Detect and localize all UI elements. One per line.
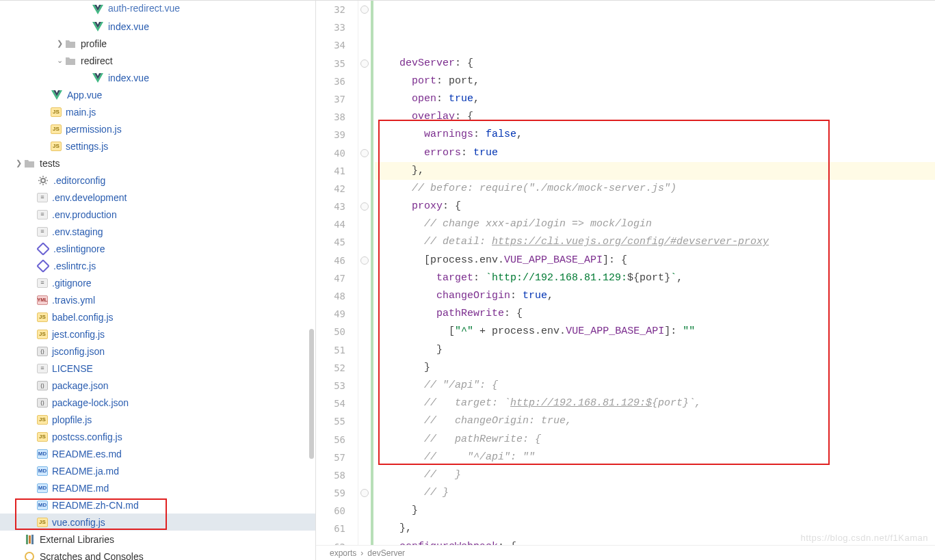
json-file-icon: {} — [37, 347, 48, 356]
code-line[interactable]: port: port, — [375, 72, 935, 90]
tree-item[interactable]: MDREADME.ja.md — [0, 462, 315, 479]
code-line[interactable]: // } — [375, 484, 935, 502]
breadcrumb-item[interactable]: exports — [330, 548, 356, 558]
tree-item[interactable]: ❯profile — [0, 35, 315, 52]
tree-item[interactable]: JSplopfile.js — [0, 411, 315, 428]
eslint-icon — [37, 243, 49, 255]
tree-item[interactable]: {}package-lock.json — [0, 394, 315, 411]
fold-toggle[interactable] — [360, 202, 369, 211]
tree-item[interactable]: MDREADME.zh-CN.md — [0, 496, 315, 514]
project-tree[interactable]: auth-redirect.vueindex.vue❯profile⌄redir… — [0, 1, 315, 560]
tree-item[interactable]: .eslintignore — [0, 240, 315, 257]
code-line[interactable]: // change xxx-api/login => mock/login — [375, 215, 935, 233]
tree-item[interactable]: index.vue — [0, 18, 315, 35]
tree-item[interactable]: Scratches and Consoles — [0, 548, 315, 560]
tree-item-label: redirect — [81, 55, 113, 66]
tree-item-label: .env.production — [52, 209, 117, 220]
scrollbar-thumb[interactable] — [309, 329, 314, 459]
code-line[interactable]: // } — [375, 466, 935, 484]
code-line[interactable]: errors: true — [375, 144, 935, 162]
js-file-icon: JS — [51, 107, 62, 117]
line-number: 51 — [316, 341, 345, 359]
tree-item[interactable]: JSpostcss.config.js — [0, 428, 315, 445]
yaml-file-icon: YML — [37, 295, 48, 305]
code-line[interactable]: // pathRewrite: { — [375, 431, 935, 449]
code-line[interactable]: changeOrigin: true, — [375, 287, 935, 305]
code-line[interactable]: }, — [375, 162, 935, 180]
tree-item-label: .eslintrc.js — [53, 261, 96, 271]
tree-item-label: index.vue — [108, 72, 149, 83]
code-line[interactable]: warnings: false, — [375, 126, 935, 144]
tree-item[interactable]: ≡.env.staging — [0, 223, 315, 240]
tree-item[interactable]: ≡.env.development — [0, 189, 315, 206]
code-line[interactable]: devServer: { — [375, 55, 935, 72]
js-file-icon: JS — [37, 415, 48, 425]
fold-column[interactable] — [358, 1, 372, 560]
tree-item[interactable]: JSpermission.js — [0, 120, 315, 137]
watermark: https://blog.csdn.net/f1Kaman — [801, 533, 929, 543]
code-line[interactable]: overlay: { — [375, 108, 935, 126]
tree-item[interactable]: JSbabel.config.js — [0, 308, 315, 325]
tree-item[interactable]: .eslintrc.js — [0, 257, 315, 274]
tree-item[interactable]: ⌄redirect — [0, 52, 315, 69]
code-line[interactable]: // before: require("./mock/mock-server.j… — [375, 180, 935, 198]
code-line[interactable]: } — [375, 341, 935, 359]
fold-toggle[interactable] — [360, 149, 369, 157]
tree-item[interactable]: MDREADME.es.md — [0, 445, 315, 462]
tree-item[interactable]: auth-redirect.vue — [0, 1, 315, 18]
text-file-icon: ≡ — [37, 227, 48, 237]
tree-item[interactable]: {}package.json — [0, 377, 315, 394]
code-line[interactable]: [process.env.VUE_APP_BASE_API]: { — [375, 252, 935, 269]
json-file-icon: {} — [37, 381, 48, 390]
tree-item[interactable]: JSvue.config.js — [0, 514, 315, 531]
tree-item[interactable]: JSmain.js — [0, 103, 315, 120]
code-area[interactable]: devServer: { port: port, open: true, ove… — [372, 1, 935, 560]
line-number-gutter: 3233343536373839404142434445464748495051… — [316, 1, 358, 560]
tree-item[interactable]: {}jsconfig.json — [0, 343, 315, 360]
tree-item[interactable]: ❯tests — [0, 155, 315, 172]
line-number: 60 — [316, 502, 345, 520]
code-line[interactable]: proxy: { — [375, 198, 935, 215]
code-line[interactable]: } — [375, 502, 935, 520]
tree-item[interactable]: App.vue — [0, 86, 315, 103]
code-line[interactable]: target: `http://192.168.81.129:${port}`, — [375, 269, 935, 287]
fold-toggle[interactable] — [360, 5, 369, 14]
line-number: 34 — [316, 36, 345, 54]
code-line[interactable]: // "^/api": "" — [375, 449, 935, 466]
code-line[interactable]: open: true, — [375, 90, 935, 108]
tree-item[interactable]: External Libraries — [0, 531, 315, 548]
fold-toggle[interactable] — [360, 489, 369, 497]
tree-item[interactable]: ≡.gitignore — [0, 274, 315, 291]
code-line[interactable]: ["^" + process.env.VUE_APP_BASE_API]: "" — [375, 323, 935, 341]
code-line[interactable]: pathRewrite: { — [375, 305, 935, 323]
sidebar-scrollbar[interactable] — [308, 329, 315, 534]
tree-item[interactable]: .editorconfig — [0, 172, 315, 189]
tree-item[interactable]: ≡.env.production — [0, 206, 315, 223]
chevron-icon[interactable]: ❯ — [14, 159, 23, 168]
tree-item[interactable]: JSsettings.js — [0, 137, 315, 155]
chevron-right-icon: › — [360, 548, 363, 558]
tree-item[interactable]: index.vue — [0, 69, 315, 86]
fold-toggle[interactable] — [360, 59, 369, 68]
code-editor[interactable]: 3233343536373839404142434445464748495051… — [316, 1, 935, 560]
chevron-icon[interactable]: ❯ — [55, 39, 64, 48]
code-line[interactable]: } — [375, 359, 935, 377]
code-line[interactable]: // detail: https://cli.vuejs.org/config/… — [375, 233, 935, 251]
tree-item-label: README.zh-CN.md — [52, 500, 139, 511]
tree-item[interactable]: YML.travis.yml — [0, 291, 315, 308]
line-number: 59 — [316, 484, 345, 502]
tree-item[interactable]: ≡LICENSE — [0, 360, 315, 377]
tree-item-label: permission.js — [66, 124, 122, 135]
code-line[interactable]: // target: `http://192.168.81.129:${port… — [375, 395, 935, 412]
breadcrumb-item[interactable]: devServer — [367, 548, 405, 558]
vue-icon — [51, 89, 63, 101]
folder-icon — [64, 55, 77, 67]
chevron-icon[interactable]: ⌄ — [55, 56, 64, 65]
tree-item[interactable]: MDREADME.md — [0, 479, 315, 496]
breadcrumb-bar[interactable]: exports › devServer — [316, 545, 935, 560]
code-line[interactable]: // changeOrigin: true, — [375, 412, 935, 430]
code-line[interactable]: // "/api": { — [375, 377, 935, 395]
tree-item[interactable]: JSjest.config.js — [0, 325, 315, 343]
fold-toggle[interactable] — [360, 256, 369, 265]
tree-item-label: .env.development — [52, 192, 127, 203]
